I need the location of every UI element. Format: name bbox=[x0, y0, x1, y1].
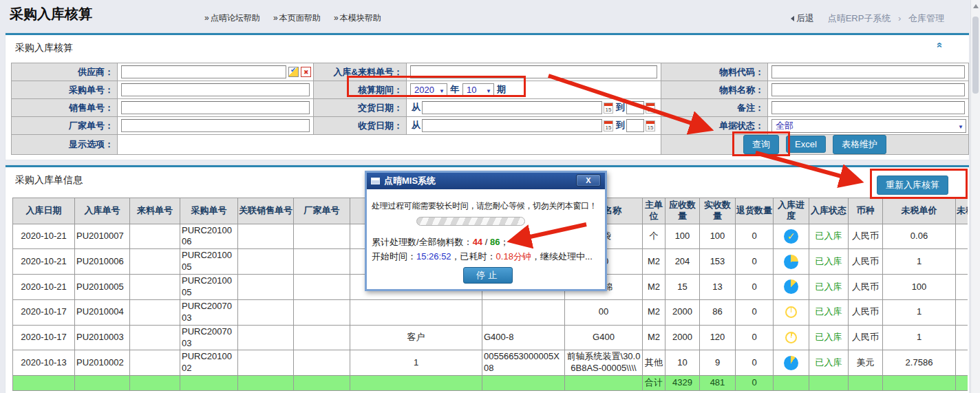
cell-progress bbox=[774, 350, 809, 376]
cell-status: 已入库 bbox=[809, 224, 849, 249]
cell-inbound_no: PU2010002 bbox=[75, 350, 130, 376]
year-unit-label: 年 bbox=[450, 84, 459, 94]
total-cell bbox=[883, 376, 956, 391]
period-year-select[interactable]: 2020 bbox=[410, 83, 447, 97]
supplier-picker-icon[interactable] bbox=[288, 67, 299, 77]
supplier-input[interactable] bbox=[121, 65, 286, 78]
cell-unit_price: 2.7586 bbox=[883, 350, 956, 376]
cell-status: 已入库 bbox=[809, 249, 849, 275]
period-label: 核算期间： bbox=[314, 81, 407, 99]
calendar-icon[interactable] bbox=[604, 120, 613, 131]
breadcrumb-module[interactable]: 仓库管理 bbox=[908, 13, 944, 23]
processing-modal: 点晴MIS系统 X 处理过程可能需要较长时间，请您耐心等候，切勿关闭本窗口！ 累… bbox=[365, 171, 607, 291]
elapsed-time: 0.18分钟 bbox=[496, 251, 531, 262]
breadcrumb: 后退 点晴ERP子系统 › 仓库管理 bbox=[791, 12, 944, 25]
chevron-down-icon bbox=[486, 85, 491, 95]
total-cell bbox=[809, 376, 849, 391]
search-panel: 采购入库核算 供应商： 入库&来料单号： 物料代码： 采购单号： 核算期间： 2… bbox=[6, 33, 969, 160]
cell-material_code bbox=[482, 299, 565, 325]
cell-incoming_no bbox=[130, 249, 180, 275]
cell-amount bbox=[956, 249, 968, 275]
cell-incoming_no bbox=[130, 275, 180, 300]
delivery-date-label: 交货日期： bbox=[314, 99, 407, 117]
scrollbar-up-icon[interactable] bbox=[973, 4, 979, 8]
cell-factory_no bbox=[294, 325, 350, 350]
chevron-down-icon bbox=[958, 120, 963, 131]
cell-qty_returned: 0 bbox=[736, 350, 774, 376]
cell-unit_price: 0.06 bbox=[883, 224, 956, 249]
cell-amount bbox=[956, 275, 968, 300]
vertical-scrollbar[interactable] bbox=[970, 0, 980, 393]
delivery-date-from-input[interactable] bbox=[422, 101, 602, 114]
factory-no-input[interactable] bbox=[121, 119, 310, 132]
inbound-material-no-input[interactable] bbox=[410, 65, 657, 78]
table-maintenance-button[interactable]: 表格维护 bbox=[833, 135, 886, 154]
receive-date-from-input[interactable] bbox=[422, 119, 602, 132]
close-icon[interactable]: X bbox=[576, 174, 601, 187]
cell-incoming_no bbox=[130, 224, 180, 249]
column-header: 未税单价 bbox=[883, 198, 956, 224]
help-links: »点晴论坛帮助 »本页面帮助 »本模块帮助 bbox=[204, 12, 392, 24]
page-help-link[interactable]: »本页面帮助 bbox=[273, 13, 321, 23]
period-month-select[interactable]: 10 bbox=[462, 83, 494, 97]
back-button[interactable]: 后退 bbox=[791, 13, 814, 23]
cell-unit: M2 bbox=[643, 299, 665, 325]
cell-currency: 人民币 bbox=[849, 275, 883, 300]
forum-help-link[interactable]: »点晴论坛帮助 bbox=[204, 13, 260, 23]
stop-button[interactable]: 停止 bbox=[463, 267, 513, 284]
column-header: 入库单号 bbox=[75, 198, 130, 224]
cell-qty_returned: 0 bbox=[736, 299, 774, 325]
cell-currency: 人民币 bbox=[849, 325, 883, 350]
cell-currency: 人民币 bbox=[849, 299, 883, 325]
total-count: 86 bbox=[490, 237, 500, 247]
query-button[interactable]: 查询 bbox=[743, 135, 779, 154]
modal-titlebar[interactable]: 点晴MIS系统 X bbox=[367, 173, 605, 189]
cell-unit_price: 1 bbox=[883, 299, 956, 325]
modal-title: 点晴MIS系统 bbox=[384, 175, 436, 187]
cell-qty_due: 2000 bbox=[665, 325, 700, 350]
breadcrumb-system[interactable]: 点晴ERP子系统 bbox=[828, 13, 891, 23]
processed-count-line: 累计处理数/全部物料数：44 / 86； bbox=[372, 236, 509, 248]
cell-unit: M2 bbox=[643, 249, 665, 275]
delivery-date-to-input[interactable] bbox=[626, 101, 644, 114]
total-cell bbox=[774, 376, 809, 391]
column-header: 入库日期 bbox=[13, 198, 75, 224]
cell-factory_no bbox=[294, 249, 350, 275]
module-help-link[interactable]: »本模块帮助 bbox=[334, 13, 381, 23]
check-icon: ✓ bbox=[787, 231, 796, 242]
cell-factory_no bbox=[294, 299, 350, 325]
column-header: 关联销售单号 bbox=[238, 198, 294, 224]
cell-status: 已入库 bbox=[809, 350, 849, 376]
scrollbar-thumb[interactable] bbox=[972, 17, 979, 94]
material-code-input[interactable] bbox=[771, 65, 965, 78]
receive-date-to-input[interactable] bbox=[626, 119, 644, 132]
column-header: 退货数量 bbox=[736, 198, 774, 224]
modal-warning-text: 处理过程可能需要较长时间，请您耐心等候，切勿关闭本窗口！ bbox=[372, 200, 604, 212]
cell-status: 已入库 bbox=[809, 325, 849, 350]
purchase-no-input[interactable] bbox=[121, 83, 310, 96]
remark-input[interactable] bbox=[771, 101, 965, 114]
start-time: 15:26:52 bbox=[416, 251, 451, 262]
cell-qty_due: 100 bbox=[665, 224, 700, 249]
cell-currency: 美元 bbox=[849, 350, 883, 376]
material-name-input[interactable] bbox=[771, 83, 965, 96]
calendar-icon[interactable] bbox=[646, 120, 655, 131]
cell-date: 2020-10-21 bbox=[13, 224, 75, 249]
cell-purchase_no: PURC2010005 bbox=[180, 249, 238, 275]
cell-unit_price: 1 bbox=[883, 325, 956, 350]
cell-customer bbox=[350, 299, 482, 325]
column-header: 主单位 bbox=[643, 198, 665, 224]
receive-date-label: 收货日期： bbox=[314, 117, 407, 135]
cell-purchase_no: PURC2010005 bbox=[180, 275, 238, 300]
collapse-panel-icon[interactable] bbox=[934, 42, 946, 47]
total-row: 合计432948101 bbox=[13, 376, 968, 391]
total-cell bbox=[350, 376, 482, 391]
doc-status-select[interactable]: 全部 bbox=[771, 119, 966, 133]
material-code-label: 物料代码： bbox=[661, 63, 768, 81]
recalc-inbound-button[interactable]: 重新入库核算 bbox=[877, 176, 948, 195]
supplier-clear-icon[interactable] bbox=[301, 67, 311, 77]
sales-no-input[interactable] bbox=[121, 101, 310, 114]
excel-button[interactable]: Excel bbox=[786, 136, 826, 153]
calendar-icon[interactable] bbox=[646, 103, 655, 114]
calendar-icon[interactable] bbox=[604, 103, 613, 114]
